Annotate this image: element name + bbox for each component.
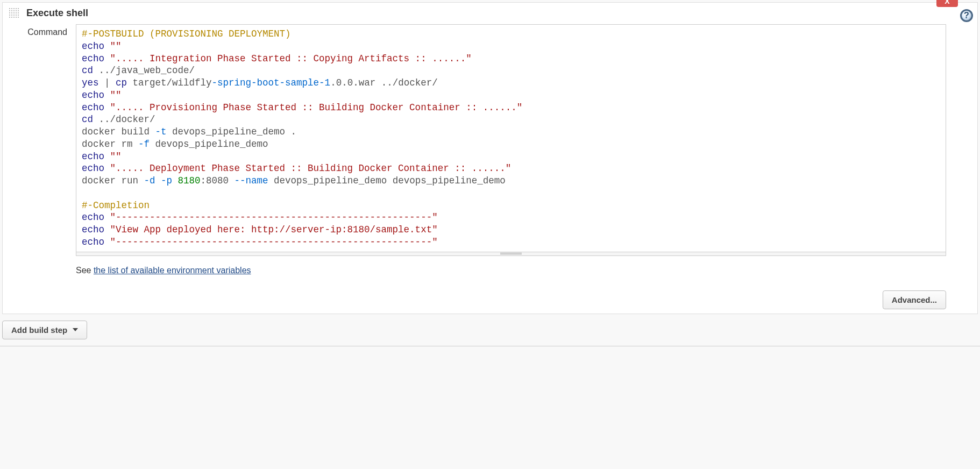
section-title: Execute shell xyxy=(26,8,88,19)
command-label: Command xyxy=(8,24,67,37)
helper-text: See the list of available environment va… xyxy=(76,266,946,275)
help-icon[interactable]: ? xyxy=(960,9,973,22)
delete-step-button[interactable]: X xyxy=(936,0,958,7)
add-build-step-label: Add build step xyxy=(11,325,67,335)
section-header: Execute shell xyxy=(8,7,972,19)
add-step-row: Add build step xyxy=(0,316,980,344)
editor-resize-handle[interactable] xyxy=(76,252,946,256)
env-variables-link[interactable]: the list of available environment variab… xyxy=(94,266,251,275)
command-content: #-POSTBUILD (PROVISIONING DEPLOYMENT) ec… xyxy=(76,24,972,275)
drag-handle-icon[interactable] xyxy=(8,7,20,19)
grip-icon xyxy=(500,253,522,254)
section-divider xyxy=(0,346,980,346)
advanced-row: Advanced... xyxy=(8,290,972,309)
helper-prefix: See xyxy=(76,266,94,275)
advanced-button[interactable]: Advanced... xyxy=(883,290,946,309)
add-build-step-button[interactable]: Add build step xyxy=(2,321,87,339)
command-editor[interactable]: #-POSTBUILD (PROVISIONING DEPLOYMENT) ec… xyxy=(76,24,946,252)
execute-shell-section: X ? Execute shell Command #-POSTBUILD (P… xyxy=(2,2,978,314)
chevron-down-icon xyxy=(73,328,78,331)
command-row: Command #-POSTBUILD (PROVISIONING DEPLOY… xyxy=(8,24,972,275)
